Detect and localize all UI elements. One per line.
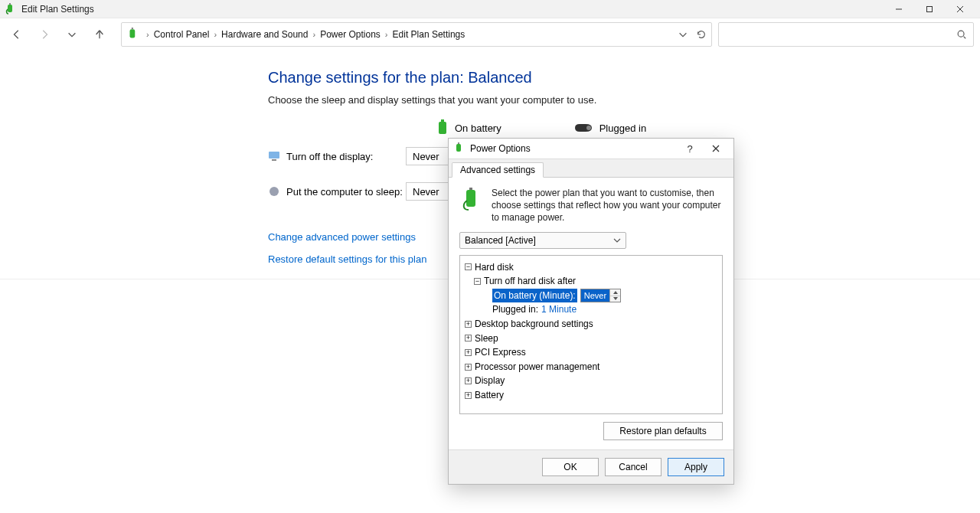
battery-icon xyxy=(126,28,140,41)
dialog-body: Select the power plan that you want to c… xyxy=(449,178,733,449)
dialog-titlebar: Power Options ? xyxy=(449,139,733,158)
svg-point-12 xyxy=(586,126,591,130)
window-titlebar: Edit Plan Settings xyxy=(0,0,980,18)
on-battery-value: Never xyxy=(581,289,609,302)
svg-rect-20 xyxy=(466,190,475,207)
chevron-right-icon: › xyxy=(146,30,149,39)
settings-tree[interactable]: −Hard disk −Turn off hard disk after On … xyxy=(459,255,723,414)
tree-node-hard-disk[interactable]: −Hard disk xyxy=(465,260,717,275)
dialog-title: Power Options xyxy=(470,143,677,154)
svg-rect-14 xyxy=(272,159,276,161)
tree-node-pci-express[interactable]: +PCI Express xyxy=(465,345,717,360)
svg-rect-0 xyxy=(8,5,12,12)
chevron-right-icon: › xyxy=(214,30,217,39)
chevron-down-icon xyxy=(613,237,621,244)
tree-node-battery[interactable]: +Battery xyxy=(465,388,717,403)
collapse-icon[interactable]: − xyxy=(465,263,472,270)
expand-icon[interactable]: + xyxy=(465,364,472,371)
tree-node-display[interactable]: +Display xyxy=(465,374,717,388)
tree-node-plugged-in[interactable]: Plugged in: 1 Minute xyxy=(492,302,717,317)
nav-forward-button[interactable] xyxy=(34,24,55,45)
dialog-tabstrip: Advanced settings xyxy=(449,158,733,178)
battery-icon xyxy=(436,119,449,136)
svg-rect-1 xyxy=(9,3,11,5)
dialog-help-button[interactable]: ? xyxy=(677,139,703,158)
expand-icon[interactable]: + xyxy=(465,392,472,399)
breadcrumb-item[interactable]: Control Panel xyxy=(154,29,210,40)
nav-back-button[interactable] xyxy=(6,24,28,45)
breadcrumb-item[interactable]: Edit Plan Settings xyxy=(393,29,466,40)
restore-plan-defaults-button[interactable]: Restore plan defaults xyxy=(603,422,723,440)
svg-line-9 xyxy=(964,37,966,39)
battery-large-icon xyxy=(459,187,484,211)
search-icon xyxy=(956,29,967,40)
window-title: Edit Plan Settings xyxy=(21,4,884,15)
toolbar: › Control Panel › Hardware and Sound › P… xyxy=(0,18,980,51)
collapse-icon[interactable]: − xyxy=(474,278,481,285)
row-label: Put the computer to sleep: xyxy=(286,186,403,198)
page-heading: Change settings for the plan: Balanced xyxy=(268,69,968,87)
search-box[interactable] xyxy=(718,22,974,47)
breadcrumb-item[interactable]: Power Options xyxy=(320,29,381,40)
maximize-button[interactable] xyxy=(914,0,945,18)
column-headers: On battery Plugged in xyxy=(436,119,968,136)
svg-rect-3 xyxy=(927,6,933,11)
svg-rect-10 xyxy=(439,122,446,134)
column-on-battery: On battery xyxy=(436,119,501,136)
tree-node-turn-off-hard-disk[interactable]: −Turn off hard disk after xyxy=(474,274,717,289)
display-icon xyxy=(268,150,280,162)
column-plugged-in: Plugged in xyxy=(573,123,646,134)
tree-node-desktop-background[interactable]: +Desktop background settings xyxy=(465,317,717,332)
nav-up-button[interactable] xyxy=(89,24,110,45)
svg-rect-21 xyxy=(469,188,472,190)
battery-icon xyxy=(453,142,466,155)
chevron-right-icon: › xyxy=(385,30,388,39)
dialog-footer: OK Cancel Apply xyxy=(449,449,733,484)
ok-button[interactable]: OK xyxy=(542,458,599,476)
expand-icon[interactable]: + xyxy=(465,321,472,328)
plug-icon xyxy=(573,123,593,133)
svg-point-8 xyxy=(958,31,964,37)
tree-node-processor-power[interactable]: +Processor power management xyxy=(465,360,717,374)
svg-rect-16 xyxy=(456,144,461,152)
spin-down-icon[interactable] xyxy=(610,296,620,302)
spin-up-icon[interactable] xyxy=(610,289,620,296)
plugged-in-value[interactable]: 1 Minute xyxy=(541,302,577,317)
page-description: Choose the sleep and display settings th… xyxy=(268,94,968,106)
expand-icon[interactable]: + xyxy=(465,349,472,356)
power-options-dialog: Power Options ? Advanced settings Select… xyxy=(448,138,734,485)
tree-node-sleep[interactable]: +Sleep xyxy=(465,332,717,346)
window-controls xyxy=(884,0,975,18)
tree-node-on-battery[interactable]: On battery (Minute): Never xyxy=(492,289,717,303)
svg-point-15 xyxy=(270,187,279,196)
nav-history-dropdown[interactable] xyxy=(61,24,83,45)
tree-label-selected: On battery (Minute): xyxy=(492,289,577,303)
chevron-down-icon[interactable] xyxy=(678,29,688,40)
expand-icon[interactable]: + xyxy=(465,335,472,341)
expand-icon[interactable]: + xyxy=(465,377,472,384)
column-label: Plugged in xyxy=(599,123,646,134)
breadcrumbs: › Control Panel › Hardware and Sound › P… xyxy=(146,29,678,40)
apply-button[interactable]: Apply xyxy=(668,458,724,476)
column-label: On battery xyxy=(455,123,501,134)
dialog-close-button[interactable] xyxy=(703,139,729,158)
row-label: Turn off the display: xyxy=(286,151,373,162)
power-plan-select[interactable]: Balanced [Active] xyxy=(459,232,626,249)
svg-rect-17 xyxy=(458,142,459,144)
close-button[interactable] xyxy=(945,0,975,18)
app-icon xyxy=(5,3,17,15)
svg-rect-13 xyxy=(269,152,279,158)
tab-advanced-settings[interactable]: Advanced settings xyxy=(452,162,544,178)
power-plan-value: Balanced [Active] xyxy=(465,235,536,246)
cancel-button[interactable]: Cancel xyxy=(605,458,662,476)
address-bar[interactable]: › Control Panel › Hardware and Sound › P… xyxy=(121,22,712,47)
chevron-right-icon: › xyxy=(312,30,315,39)
svg-rect-6 xyxy=(130,29,136,38)
svg-rect-7 xyxy=(132,28,133,29)
svg-rect-11 xyxy=(441,119,444,122)
minimize-button[interactable] xyxy=(884,0,914,18)
on-battery-spinner[interactable]: Never xyxy=(580,289,621,302)
breadcrumb-item[interactable]: Hardware and Sound xyxy=(221,29,308,40)
refresh-icon[interactable] xyxy=(696,29,707,40)
sleep-icon xyxy=(268,185,280,198)
